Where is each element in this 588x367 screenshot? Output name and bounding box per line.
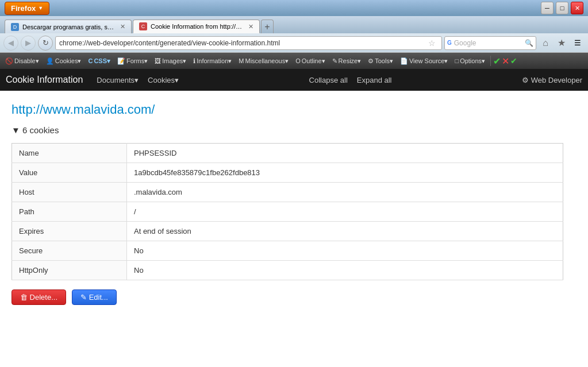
- delete-button[interactable]: 🗑 Delete...: [11, 289, 66, 305]
- home-button[interactable]: ⌂: [539, 36, 552, 50]
- row-key: HttpOnly: [12, 261, 127, 280]
- row-value: No: [127, 241, 563, 261]
- search-icon: 🔍: [525, 39, 533, 47]
- bookmarks-button[interactable]: ★: [555, 36, 568, 50]
- toolbar-separator: [490, 56, 491, 66]
- close-button[interactable]: ✕: [571, 2, 583, 14]
- firefox-menu-button[interactable]: Firefox: [5, 2, 49, 15]
- back-button[interactable]: ◀: [3, 36, 18, 51]
- row-key: Path: [12, 202, 127, 222]
- expand-all-button[interactable]: Expand all: [357, 76, 392, 84]
- address-bar: ◀ ▶ ↻ chrome://web-developer/content/gen…: [0, 33, 588, 53]
- enable-check-icon[interactable]: ✔: [493, 56, 501, 67]
- web-developer-badge: ⚙ Web Developer: [522, 76, 582, 84]
- tab-1-favicon: D: [11, 23, 19, 31]
- row-value: /: [127, 202, 563, 222]
- row-value: .malavida.com: [127, 183, 563, 202]
- site-url-link[interactable]: http://www.malavida.com/: [11, 102, 577, 117]
- tab-2-label: Cookie Information from http://www...: [151, 23, 243, 30]
- options-button[interactable]: □ Options▾: [452, 56, 488, 66]
- cookie-info-title: Cookie Information: [6, 75, 83, 85]
- row-value: No: [127, 261, 563, 280]
- disable-x-icon[interactable]: ✕: [502, 56, 509, 67]
- url-text: chrome://web-developer/content/generated…: [59, 39, 428, 47]
- row-key: Name: [12, 144, 127, 163]
- cookie-table: Name PHPSESSID Value 1a9bcdb45fe835879c1…: [11, 143, 563, 280]
- edit-button[interactable]: ✎ Edit...: [72, 289, 117, 305]
- main-content: http://www.malavida.com/ ▼ 6 cookies Nam…: [0, 91, 588, 367]
- cookie-toolbar: Cookie Information Documents▾ Cookies▾ C…: [0, 69, 588, 91]
- cookie-count-text: ▼ 6 cookies: [11, 125, 59, 135]
- cookie-count-header: ▼ 6 cookies: [11, 125, 577, 135]
- table-row: Host .malavida.com: [12, 183, 563, 202]
- outline-button[interactable]: O Outline▾: [293, 56, 328, 66]
- bookmark-star-icon[interactable]: ☆: [428, 38, 436, 48]
- images-button[interactable]: 🖼 Images▾: [152, 56, 189, 66]
- tab-1-close[interactable]: ✕: [120, 23, 125, 30]
- forward-button[interactable]: ▶: [21, 36, 36, 51]
- miscellaneous-button[interactable]: M Miscellaneous▾: [236, 56, 291, 66]
- tab-2[interactable]: C Cookie Information from http://www... …: [133, 20, 260, 33]
- collapse-all-button[interactable]: Collapse all: [309, 76, 348, 84]
- tools-button[interactable]: ⚙ Tools▾: [365, 56, 396, 66]
- search-box[interactable]: G Google 🔍: [444, 36, 536, 50]
- row-value: PHPSESSID: [127, 144, 563, 163]
- table-row: HttpOnly No: [12, 261, 563, 280]
- tab-bar: D Descargar programas gratis, software .…: [0, 16, 588, 33]
- new-tab-button[interactable]: +: [261, 20, 274, 33]
- row-key: Expires: [12, 222, 127, 241]
- tab-1[interactable]: D Descargar programas gratis, software .…: [5, 20, 132, 33]
- row-value: 1a9bcdb45fe835879c1fbe262fdbe813: [127, 163, 563, 183]
- maximize-button[interactable]: □: [556, 2, 568, 14]
- table-row: Value 1a9bcdb45fe835879c1fbe262fdbe813: [12, 163, 563, 183]
- window-controls: ─ □ ✕: [541, 2, 583, 14]
- resize-button[interactable]: ✎ Resize▾: [329, 56, 364, 66]
- table-row: Expires At end of session: [12, 222, 563, 241]
- url-bar[interactable]: chrome://web-developer/content/generated…: [55, 36, 442, 50]
- minimize-button[interactable]: ─: [541, 2, 554, 14]
- menu-button[interactable]: ☰: [571, 36, 585, 50]
- information-button[interactable]: ℹ Information▾: [190, 56, 235, 66]
- dev-toolbar: 🚫 Disable▾ 👤 Cookies▾ C CSS▾ 📝 Forms▾ 🖼 …: [0, 53, 588, 69]
- tab-2-close[interactable]: ✕: [248, 23, 253, 30]
- reload-button[interactable]: ↻: [38, 36, 53, 51]
- title-bar: Firefox ─ □ ✕: [0, 0, 588, 16]
- forms-button[interactable]: 📝 Forms▾: [114, 56, 151, 66]
- cookies-dropdown[interactable]: Cookies▾: [148, 76, 179, 84]
- row-key: Value: [12, 163, 127, 183]
- view-source-button[interactable]: 📄 View Source▾: [397, 56, 451, 66]
- table-row: Secure No: [12, 241, 563, 261]
- row-key: Secure: [12, 241, 127, 261]
- confirm-check-icon[interactable]: ✔: [510, 56, 517, 65]
- tab-2-favicon: C: [139, 22, 147, 30]
- row-key: Host: [12, 183, 127, 202]
- search-placeholder: Google: [454, 39, 522, 47]
- row-value: At end of session: [127, 222, 563, 241]
- css-button[interactable]: C CSS▾: [85, 56, 113, 66]
- cookies-button[interactable]: 👤 Cookies▾: [43, 56, 84, 66]
- tab-1-label: Descargar programas gratis, software ...: [22, 24, 114, 30]
- documents-dropdown[interactable]: Documents▾: [97, 76, 139, 84]
- google-logo: G: [447, 40, 452, 46]
- disable-button[interactable]: 🚫 Disable▾: [2, 56, 42, 66]
- action-buttons: 🗑 Delete... ✎ Edit...: [11, 289, 577, 305]
- table-row: Path /: [12, 202, 563, 222]
- table-row: Name PHPSESSID: [12, 144, 563, 163]
